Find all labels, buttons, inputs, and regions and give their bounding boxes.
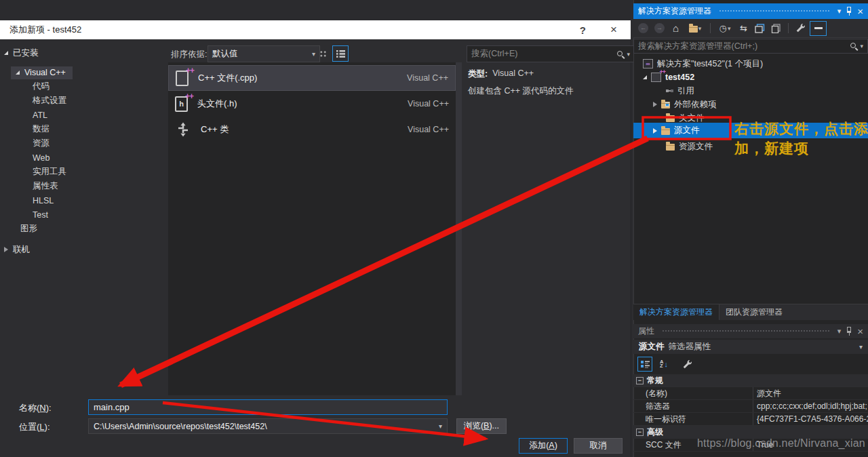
browse-button[interactable]: 浏览(B)... xyxy=(456,418,507,434)
template-row-cpp-class[interactable]: C++ 类 Visual C++ xyxy=(168,117,456,142)
template-search-input[interactable]: 搜索(Ctrl+E) ▾ xyxy=(467,45,635,62)
header-file-icon: h ++ xyxy=(175,96,188,112)
property-name: 筛选器 xyxy=(633,401,753,412)
tree-item-project[interactable]: ++ test452 xyxy=(633,71,868,84)
forward-button[interactable]: → xyxy=(652,21,667,35)
plusplus-badge: ++ xyxy=(659,68,665,75)
cpp-file-icon: ++ xyxy=(176,71,189,86)
solution-explorer-search-input[interactable]: 搜索解决方案资源管理器(Ctrl+;) ▾ xyxy=(633,39,868,54)
chevron-down-icon: ▾ xyxy=(728,25,731,32)
solution-explorer-title: 解决方案资源管理器 xyxy=(638,5,711,17)
search-icon[interactable] xyxy=(616,50,625,58)
properties-titlebar[interactable]: 属性 ▾ × xyxy=(633,324,868,338)
nav-item-code[interactable]: 代码 xyxy=(33,79,50,94)
external-deps-folder-icon xyxy=(661,102,670,108)
cancel-button[interactable]: 取消 xyxy=(574,438,623,454)
chevron-down-icon[interactable]: ▾ xyxy=(439,422,442,430)
solution-explorer-titlebar[interactable]: 解决方案资源管理器 ▾ × xyxy=(633,3,868,19)
nav-item-test[interactable]: Test xyxy=(33,207,48,222)
alphabetical-sort-button[interactable]: AZ ↓ xyxy=(656,357,671,372)
nav-installed[interactable]: 已安装 xyxy=(4,46,39,60)
chevron-down-icon[interactable]: ▾ xyxy=(627,51,630,58)
add-button[interactable]: 添加(A) xyxy=(519,438,568,454)
nav-item-formatting[interactable]: 格式设置 xyxy=(33,94,66,108)
property-pages-button[interactable] xyxy=(679,357,694,372)
help-button[interactable]: ? xyxy=(580,24,586,36)
collapse-all-button[interactable] xyxy=(753,21,767,35)
collapsed-arrow-icon[interactable] xyxy=(653,128,657,134)
expanded-arrow-icon[interactable] xyxy=(16,71,20,75)
chevron-down-icon[interactable]: ▾ xyxy=(859,343,863,351)
tree-item-label: test452 xyxy=(665,73,694,82)
property-value[interactable]: 源文件 xyxy=(753,387,868,399)
property-category-general[interactable]: −常规 xyxy=(633,374,868,387)
collapse-minus-icon[interactable]: − xyxy=(636,429,644,436)
nav-item-property-sheets[interactable]: 属性表 xyxy=(33,179,58,193)
toolbar-separator xyxy=(788,23,789,33)
template-row-cpp-file[interactable]: ++ C++ 文件(.cpp) Visual C++ xyxy=(168,65,456,91)
tree-item-label: 引用 xyxy=(677,85,694,97)
sync-with-active-document-button[interactable]: ⇆ xyxy=(736,21,751,35)
nav-item-label: 实用工具 xyxy=(33,166,66,178)
properties-object-selector[interactable]: 源文件 筛选器属性 ▾ xyxy=(633,340,868,354)
sort-by-label: 排序依据: xyxy=(171,49,207,60)
collapse-minus-icon[interactable]: − xyxy=(636,377,644,384)
dash-icon xyxy=(814,27,823,30)
pending-changes-filter-button[interactable]: ◷ ▾ xyxy=(715,21,734,35)
property-value[interactable]: cpp;c;cc;cxx;def;odl;idl;hpj;bat; xyxy=(753,400,868,412)
dialog-titlebar[interactable]: 添加新项 - test452 ? × xyxy=(0,20,631,39)
nav-category-label: Visual C++ xyxy=(24,68,66,77)
close-icon[interactable]: × xyxy=(857,6,863,16)
tab-team-explorer[interactable]: 团队资源管理器 xyxy=(719,304,789,320)
nav-category-visual-cpp[interactable]: Visual C++ xyxy=(11,66,73,79)
nav-item-web[interactable]: Web xyxy=(33,151,50,165)
sort-by-dropdown[interactable]: 默认值 ▾ xyxy=(208,45,320,62)
window-position-chevron-icon[interactable]: ▾ xyxy=(837,7,842,16)
pin-icon[interactable] xyxy=(846,7,852,16)
home-icon: ⌂ xyxy=(673,22,679,34)
template-tag: Visual C++ xyxy=(408,99,449,108)
nav-online[interactable]: 联机 xyxy=(4,243,30,256)
show-all-files-button[interactable] xyxy=(769,21,783,35)
expanded-arrow-icon[interactable] xyxy=(4,51,8,55)
template-list-scrollbar[interactable] xyxy=(456,62,462,395)
name-input[interactable]: main.cpp xyxy=(88,399,448,415)
switch-views-button[interactable]: ▾ xyxy=(685,21,705,35)
collapsed-arrow-icon[interactable] xyxy=(653,102,657,107)
nav-item-hlsl[interactable]: HLSL xyxy=(33,193,54,207)
tree-item-solution[interactable]: ∞ 解决方案"test452"(1 个项目) xyxy=(633,57,868,71)
nav-item-resource[interactable]: 资源 xyxy=(33,136,50,151)
property-row-filter[interactable]: 筛选器 cpp;c;cc;cxx;def;odl;idl;hpj;bat; xyxy=(633,400,868,413)
nav-item-data[interactable]: 数据 xyxy=(33,122,50,136)
back-button[interactable]: ← xyxy=(636,21,650,35)
close-icon[interactable]: × xyxy=(610,23,617,37)
expanded-arrow-icon[interactable] xyxy=(643,75,647,79)
nav-item-atl[interactable]: ATL xyxy=(33,108,47,122)
location-combobox[interactable]: C:\Users\Admin\source\repos\test452\test… xyxy=(88,418,448,434)
wrench-icon xyxy=(682,359,692,370)
collapsed-arrow-icon[interactable] xyxy=(4,247,8,252)
search-icon[interactable] xyxy=(850,42,858,50)
folder-icon xyxy=(666,115,675,122)
nav-item-utility[interactable]: 实用工具 xyxy=(33,165,66,179)
property-row-unique-id[interactable]: 唯一标识符 {4FC737F1-C7A5-4376-A066-2 xyxy=(633,413,868,426)
property-row-name[interactable]: (名称) 源文件 xyxy=(633,387,868,400)
tree-item-external-deps[interactable]: 外部依赖项 xyxy=(633,98,868,111)
preview-selected-items-button[interactable] xyxy=(810,21,827,36)
tree-item-references[interactable]: 引用 xyxy=(633,84,868,98)
chevron-down-icon[interactable]: ▾ xyxy=(860,43,863,49)
close-icon[interactable]: × xyxy=(857,326,863,336)
home-button[interactable]: ⌂ xyxy=(669,21,683,35)
small-icons-view-button[interactable] xyxy=(315,45,331,62)
property-name: (名称) xyxy=(633,388,753,399)
window-position-chevron-icon[interactable]: ▾ xyxy=(837,327,842,336)
properties-button[interactable] xyxy=(793,21,808,35)
list-view-button[interactable] xyxy=(332,45,349,62)
pin-icon[interactable] xyxy=(846,327,852,336)
template-row-header-file[interactable]: h ++ 头文件(.h) Visual C++ xyxy=(168,91,456,117)
plusplus-badge: ++ xyxy=(186,66,194,75)
property-value[interactable]: {4FC737F1-C7A5-4376-A066-2 xyxy=(753,413,868,425)
categorized-view-button[interactable] xyxy=(637,357,652,372)
nav-item-graphics[interactable]: 图形 xyxy=(20,222,37,236)
tab-solution-explorer[interactable]: 解决方案资源管理器 xyxy=(633,304,719,320)
